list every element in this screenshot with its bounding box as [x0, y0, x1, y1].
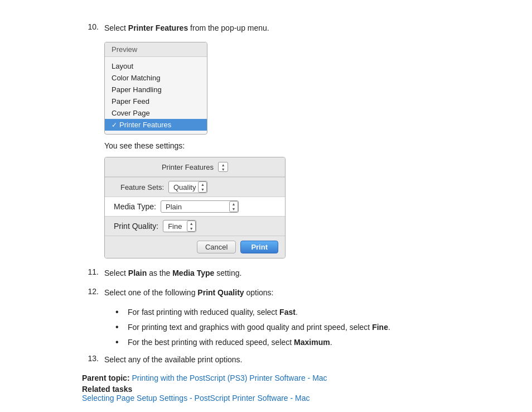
related-tasks-link[interactable]: Selecting Page Setup Settings - PostScri… — [82, 394, 310, 403]
media-type-label: Media Type: — [114, 202, 156, 211]
fine-bold: Fine — [372, 323, 388, 332]
feature-sets-value: Quality ▲ ▼ — [168, 181, 207, 193]
print-quality-value: Fine ▲ ▼ — [163, 220, 196, 232]
step-11-text: Select Plain as the Media Type setting. — [104, 267, 241, 279]
bullet-fast: • For fast printing with reduced quality… — [115, 306, 450, 318]
bullet-maximum-text: For the best printing with reduced speed… — [128, 337, 332, 348]
media-type-select-text: Plain — [166, 203, 182, 211]
dropdown-menu: Preview Layout Color Matching Paper Hand… — [104, 42, 207, 135]
page-content: 10. Select Printer Features from the pop… — [71, 0, 461, 412]
feature-sets-select-wrapper: Quality ▲ ▼ — [168, 181, 207, 193]
printer-features-bold: Printer Features — [128, 23, 188, 32]
menu-item-paper-handling[interactable]: Paper Handling — [105, 84, 207, 95]
step-12-number: 12. — [82, 287, 99, 296]
print-quality-row: Print Quality: Fine ▲ ▼ — [105, 217, 285, 236]
print-button[interactable]: Print — [240, 241, 278, 253]
spinner-down-icon[interactable]: ▼ — [219, 167, 228, 171]
step-11: 11. Select Plain as the Media Type setti… — [82, 267, 450, 279]
print-quality-spinner[interactable]: ▲ ▼ — [187, 221, 196, 232]
spinner-up-icon[interactable]: ▲ — [219, 162, 228, 167]
media-type-row: Media Type: Plain ▲ ▼ — [105, 197, 285, 217]
cancel-button[interactable]: Cancel — [197, 241, 236, 253]
step-13-text: Select any of the available print option… — [104, 354, 243, 366]
feature-sets-spinner[interactable]: ▲ ▼ — [198, 181, 207, 193]
step-13-number: 13. — [82, 354, 99, 363]
spinner-up-icon[interactable]: ▲ — [199, 182, 206, 187]
bullet-dot-1: • — [115, 306, 123, 318]
parent-topic: Parent topic: Printing with the PostScri… — [82, 373, 450, 382]
step-10: 10. Select Printer Features from the pop… — [82, 22, 450, 34]
step-12: 12. Select one of the following Print Qu… — [82, 287, 450, 299]
spinner-down-icon[interactable]: ▼ — [187, 226, 195, 231]
related-tasks-label: Related tasks — [82, 385, 132, 394]
media-type-select[interactable]: Plain — [161, 200, 239, 213]
step-13: 13. Select any of the available print op… — [82, 354, 450, 366]
bullet-maximum: • For the best printing with reduced spe… — [115, 337, 450, 348]
spinner-down-icon[interactable]: ▼ — [199, 187, 206, 192]
parent-topic-link[interactable]: Printing with the PostScript (PS3) Print… — [132, 373, 327, 382]
panel-footer: Cancel Print — [105, 236, 285, 258]
feature-sets-row: Feature Sets: Quality ▲ ▼ — [105, 177, 285, 197]
parent-topic-label: Parent topic: — [82, 373, 130, 382]
plain-bold: Plain — [128, 269, 147, 277]
panel-header: Printer Features ▲ ▼ — [105, 157, 285, 177]
bullets-list: • For fast printing with reduced quality… — [115, 306, 450, 348]
spinner-up-icon[interactable]: ▲ — [187, 221, 195, 226]
bullet-fine: • For printing text and graphics with go… — [115, 322, 450, 333]
dropdown-header: Preview — [105, 42, 207, 57]
print-quality-select-wrapper: Fine ▲ ▼ — [163, 220, 196, 232]
spinner-down-icon[interactable]: ▼ — [230, 207, 238, 212]
media-type-spinner[interactable]: ▲ ▼ — [229, 201, 238, 212]
media-type-select-wrapper: Plain ▲ ▼ — [161, 200, 239, 213]
panel-header-spinner[interactable]: ▲ ▼ — [218, 162, 228, 172]
print-quality-label: Print Quality: — [114, 222, 158, 231]
spinner-up-icon[interactable]: ▲ — [230, 202, 238, 207]
bullet-dot-3: • — [115, 337, 123, 348]
media-type-bold: Media Type — [172, 269, 214, 277]
bullet-dot-2: • — [115, 322, 123, 333]
maximum-bold: Maximum — [294, 338, 330, 347]
menu-item-color-matching[interactable]: Color Matching — [105, 72, 207, 84]
related-tasks: Related tasks Selecting Page Setup Setti… — [82, 385, 450, 403]
step-10-number: 10. — [82, 22, 99, 31]
you-see-text: You see these settings: — [104, 141, 450, 150]
menu-item-cover-page[interactable]: Cover Page — [105, 107, 207, 119]
media-type-value: Plain ▲ ▼ — [161, 200, 239, 213]
panel-header-label: Printer Features — [162, 163, 214, 171]
print-quality-select-text: Fine — [168, 222, 182, 231]
menu-item-layout[interactable]: Layout — [105, 60, 207, 72]
settings-panel: Printer Features ▲ ▼ Feature Sets: Quali… — [104, 157, 286, 258]
step-11-number: 11. — [82, 267, 99, 276]
menu-items-list: Layout Color Matching Paper Handling Pap… — [105, 57, 207, 134]
step-10-text: Select Printer Features from the pop-up … — [104, 22, 269, 34]
feature-sets-select-text: Quality — [173, 183, 196, 191]
fast-bold: Fast — [279, 308, 296, 317]
feature-sets-label: Feature Sets: — [114, 183, 164, 191]
print-quality-bold: Print Quality — [197, 288, 244, 297]
menu-item-printer-features[interactable]: Printer Features — [105, 119, 207, 131]
step-12-text: Select one of the following Print Qualit… — [104, 287, 274, 299]
bullet-fine-text: For printing text and graphics with good… — [128, 322, 390, 333]
bullet-fast-text: For fast printing with reduced quality, … — [128, 306, 298, 318]
menu-item-paper-feed[interactable]: Paper Feed — [105, 95, 207, 107]
